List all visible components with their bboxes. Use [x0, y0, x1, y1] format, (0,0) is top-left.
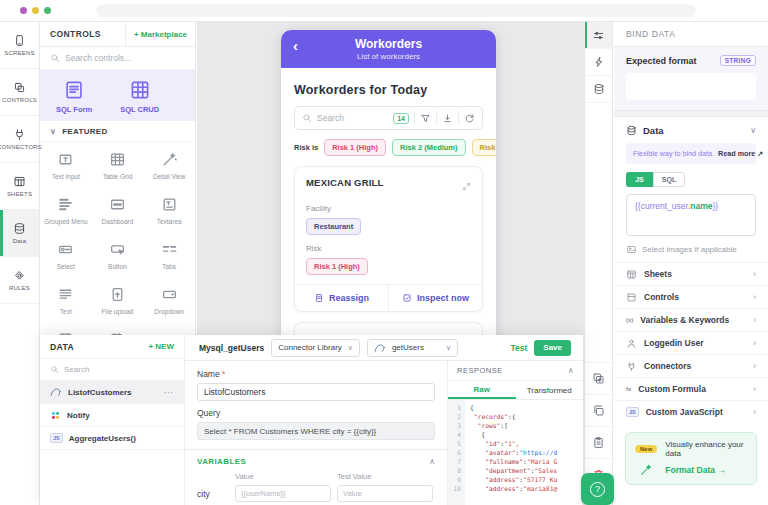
rail-item-rules[interactable]: RULES	[0, 257, 39, 304]
control-grouped-menu[interactable]: Grouped Menu	[40, 187, 92, 232]
preview-subtitle: List of workorders	[357, 52, 420, 61]
query-item-label: AggregateUsers()	[69, 434, 136, 443]
control-file-upload[interactable]: File upload	[92, 277, 144, 322]
rail-item-screens[interactable]: SCREENS	[0, 22, 39, 69]
copy-button[interactable]	[585, 394, 612, 426]
collapse-icon[interactable]: ∧	[429, 457, 435, 466]
window-close-button[interactable]	[20, 7, 27, 14]
select-images-option[interactable]: Select images if applicable	[626, 244, 756, 255]
save-button[interactable]: Save	[534, 340, 571, 356]
control-select[interactable]: Select	[40, 232, 92, 277]
sql-toggle[interactable]: SQL	[653, 172, 685, 187]
back-icon[interactable]: ‹	[293, 38, 298, 53]
variable-value-input[interactable]	[235, 485, 331, 502]
control-sql-crud[interactable]: SQL CRUD	[120, 79, 159, 114]
featured-section-header[interactable]: ∨ FEATURED	[40, 121, 195, 142]
control-text[interactable]: Text	[40, 277, 92, 322]
read-more-link[interactable]: Read more ↗	[718, 149, 763, 158]
tab-raw[interactable]: Raw	[448, 381, 516, 399]
rail-item-connectors[interactable]: CONNECTORS	[0, 116, 39, 163]
variable-test-input[interactable]	[337, 485, 433, 502]
preview-header: ‹ Workorders List of workorders	[281, 30, 496, 68]
control-textarea[interactable]: Textarea	[143, 187, 195, 232]
accordion-custom-formula[interactable]: fx Custom Formula ›	[614, 377, 768, 400]
inspect-now-button[interactable]: Inspect now	[388, 285, 482, 311]
data-section-header[interactable]: Data ∨	[614, 117, 768, 143]
window-maximize-button[interactable]	[44, 7, 51, 14]
query-item-listofcustomers[interactable]: ListofCustomers ···	[40, 381, 184, 404]
name-input[interactable]	[197, 383, 435, 401]
accordion-variables-keywords[interactable]: (x) Variables & Keywords ›	[614, 308, 768, 331]
connector-select[interactable]: Connector Library ∨	[271, 339, 360, 357]
accordion-controls[interactable]: Controls ›	[614, 285, 768, 308]
read-more-label: Read more	[718, 149, 755, 158]
question-mark-icon: ?	[590, 482, 605, 497]
binding-expression-editor[interactable]: {{current_user.name}}	[626, 194, 756, 236]
data-panel-title: DATA	[50, 342, 74, 352]
divider	[185, 449, 447, 450]
actions-tab[interactable]	[585, 49, 612, 76]
accordion-label: Custom Formula	[638, 384, 746, 394]
select-images-label: Select images if applicable	[642, 245, 737, 254]
accordion-loggedin-user[interactable]: Loggedin User ›	[614, 331, 768, 354]
accordion-label: Connectors	[644, 361, 746, 371]
expand-icon[interactable]	[462, 177, 471, 195]
control-detail-view[interactable]: Detail View	[143, 142, 195, 187]
rail-item-data[interactable]: Data	[0, 210, 39, 257]
control-button[interactable]: Button	[92, 232, 144, 277]
download-icon[interactable]	[442, 113, 453, 124]
filter-funnel-icon[interactable]	[420, 113, 431, 124]
accordion-custom-javascript[interactable]: JS Custom JavaScript ›	[614, 400, 768, 423]
bind-data-panel: BIND DATA Expected format STRING Data ∨ …	[614, 22, 768, 505]
risk-chip-high[interactable]: Risk 1 (High)	[324, 139, 386, 156]
chevron-down-icon: ∨	[446, 344, 451, 352]
new-query-button[interactable]: + NEW	[148, 342, 174, 351]
tab-transformed[interactable]: Transformed	[516, 381, 584, 399]
file-upload-icon	[109, 286, 126, 303]
reassign-button[interactable]: Reassign	[295, 285, 388, 311]
accordion-sheets[interactable]: Sheets ›	[614, 262, 768, 285]
refresh-icon[interactable]	[464, 113, 475, 124]
control-table-grid[interactable]: Table Grid	[92, 142, 144, 187]
test-button[interactable]: Test	[510, 343, 527, 353]
rail-item-controls[interactable]: CONTROLS	[0, 69, 39, 116]
chevron-down-icon: ∨	[750, 126, 756, 135]
collapse-icon[interactable]: ∧	[568, 366, 574, 375]
preview-search-input[interactable]	[317, 113, 388, 123]
chevron-right-icon: ›	[753, 361, 756, 371]
risk-chip-low[interactable]: Risk 3 (	[472, 139, 496, 156]
check-square-icon	[402, 293, 412, 303]
browser-address-bar[interactable]	[96, 4, 696, 17]
paste-button[interactable]	[585, 426, 612, 458]
js-toggle[interactable]: JS	[626, 172, 653, 187]
control-dropdown[interactable]: Dropdown	[143, 277, 195, 322]
accordion-label: Sheets	[644, 269, 746, 279]
properties-tab[interactable]	[585, 22, 612, 49]
bind-hint-box: Flexible way to bind data. Read more ↗	[626, 143, 756, 164]
inspector-rail	[585, 22, 613, 505]
data-tab[interactable]	[585, 76, 612, 103]
format-data-link[interactable]: Format Data →	[665, 465, 747, 475]
marketplace-button[interactable]: + Marketplace	[125, 22, 195, 46]
query-select[interactable]: getUsers ∨	[367, 339, 458, 357]
duplicate-add-button[interactable]	[585, 362, 612, 394]
query-value[interactable]: Select * FROM Customers WHERE city = {{c…	[197, 422, 435, 440]
control-sql-form[interactable]: SQL Form	[56, 79, 92, 114]
risk-chip-medium[interactable]: Risk 2 (Medium)	[392, 139, 466, 156]
response-tabs: Raw Transformed	[448, 381, 583, 400]
control-dashboard[interactable]: Dashboard	[92, 187, 144, 232]
control-text-input[interactable]: Text Input	[40, 142, 92, 187]
search-icon	[50, 365, 59, 374]
field-label: Facility	[306, 204, 471, 213]
help-button[interactable]: ?	[581, 473, 614, 505]
data-list-column: DATA + NEW ListofCustomers ··· Notify JS…	[40, 335, 185, 505]
data-search-input[interactable]	[64, 365, 174, 374]
query-item-aggregateusers[interactable]: JS AggregateUsers()	[40, 427, 184, 450]
accordion-connectors[interactable]: Connectors ›	[614, 354, 768, 377]
query-item-notify[interactable]: Notify	[40, 404, 184, 427]
window-minimize-button[interactable]	[32, 7, 39, 14]
more-options-icon[interactable]: ···	[164, 389, 174, 396]
controls-search-input[interactable]	[65, 53, 185, 63]
rail-item-sheets[interactable]: SHEETS	[0, 163, 39, 210]
control-tabs[interactable]: Tabs	[143, 232, 195, 277]
